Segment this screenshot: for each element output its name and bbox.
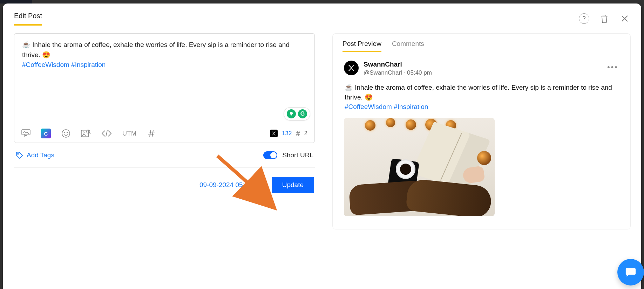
composer-textarea[interactable]: ☕ Inhale the aroma of coffee, exhale the… (14, 34, 314, 125)
close-icon[interactable] (619, 13, 630, 24)
composer-body: Inhale the aroma of coffee, exhale the w… (22, 41, 290, 59)
canva-icon[interactable]: C (41, 129, 51, 138)
grammarly-icon: G (298, 109, 307, 118)
composer-toolbar: C (14, 125, 314, 143)
preview-panel: Post Preview Comments SwannCharl @SwannC… (332, 33, 631, 229)
update-button[interactable]: Update (272, 177, 314, 193)
chat-icon (625, 266, 637, 278)
modal-header: Edit Post ? (3, 4, 641, 26)
preview-image: eric (344, 118, 495, 216)
delete-icon[interactable] (599, 13, 610, 24)
utm-button[interactable]: UTM (122, 130, 137, 137)
emoji-icon[interactable] (61, 129, 70, 138)
chat-fab[interactable] (617, 259, 644, 285)
modal-title: Edit Post (14, 12, 42, 26)
code-icon[interactable] (101, 130, 112, 137)
preview-username: SwannCharl (364, 61, 432, 68)
more-icon[interactable]: ••• (607, 63, 618, 72)
schedule-datetime[interactable]: 09-09-2024 05:18 PM (199, 181, 264, 189)
composer-emoji: ☕ (22, 41, 32, 48)
tag-icon (15, 151, 23, 159)
short-url-label: Short URL (282, 151, 313, 159)
tab-comments[interactable]: Comments (392, 40, 424, 52)
media-icon[interactable] (21, 129, 30, 138)
char-count: 132 (282, 130, 292, 137)
composer-hashtags: #CoffeeWisdom #Inspiration (22, 61, 106, 68)
image-search-icon[interactable] (81, 129, 91, 138)
tab-post-preview[interactable]: Post Preview (343, 40, 381, 52)
edit-post-modal: Edit Post ? ☕ Inhale the ar (3, 4, 641, 289)
x-platform-icon (270, 130, 278, 137)
svg-point-2 (64, 132, 65, 133)
help-icon[interactable]: ? (579, 13, 589, 24)
preview-hashtags: #CoffeeWisdom #Inspiration (345, 103, 428, 110)
preview-text: ☕ Inhale the aroma of coffee, exhale the… (345, 84, 612, 101)
preview-handle: @SwannCharl · 05:40 pm (364, 69, 432, 76)
x-logo-icon (347, 64, 355, 72)
lightbulb-icon (287, 109, 296, 118)
avatar (344, 61, 359, 75)
short-url-toggle[interactable] (263, 151, 277, 159)
svg-point-3 (67, 132, 68, 133)
hashtag-icon[interactable] (147, 129, 156, 138)
post-composer: ☕ Inhale the aroma of coffee, exhale the… (14, 33, 315, 143)
add-tags-button[interactable]: Add Tags (15, 151, 54, 159)
svg-point-5 (83, 132, 84, 133)
svg-point-1 (62, 130, 70, 137)
hashtag-count-icon: # (296, 130, 300, 138)
svg-point-7 (18, 153, 19, 154)
grammarly-widget[interactable]: G (284, 107, 310, 121)
hashtag-count: 2 (304, 130, 307, 137)
